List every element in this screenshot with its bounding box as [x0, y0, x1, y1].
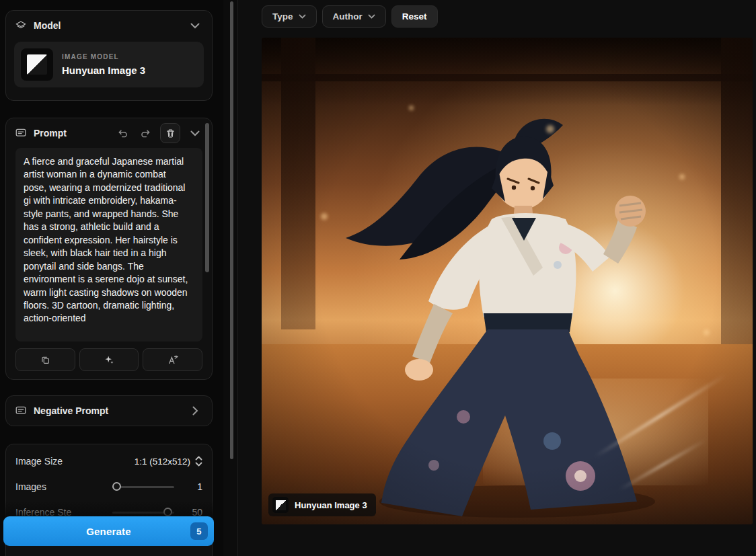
chevron-right-icon[interactable] — [187, 403, 203, 419]
image-model-badge: Hunyuan Image 3 — [268, 493, 376, 516]
image-size-row: Image Size 1:1 (512x512) — [6, 448, 212, 474]
prompt-panel: Prompt A fierce and graceful Japanese — [5, 118, 213, 380]
chevron-down-icon[interactable] — [187, 17, 203, 34]
images-row: Images 1 — [6, 474, 212, 500]
prompt-panel-title: Prompt — [34, 128, 67, 138]
model-panel-title: Model — [34, 20, 61, 31]
prompt-scrollbar[interactable] — [205, 123, 209, 272]
undo-button[interactable] — [114, 125, 130, 141]
up-down-chevrons-icon[interactable] — [195, 456, 202, 467]
author-filter-button[interactable]: Author — [322, 5, 386, 28]
copy-icon — [40, 355, 50, 365]
generate-button-label: Generate — [86, 526, 131, 537]
sidebar-scrollbar[interactable] — [230, 1, 233, 459]
model-panel: Model IMAGE MODEL Hunyuan Image 3 — [5, 10, 213, 101]
image-model-badge-label: Hunyuan Image 3 — [295, 500, 367, 510]
images-value: 1 — [185, 481, 202, 492]
slider-thumb[interactable] — [112, 482, 121, 491]
generate-credits-badge: 5 — [190, 522, 208, 540]
translate-icon — [167, 354, 178, 365]
model-card-eyebrow: IMAGE MODEL — [62, 53, 145, 61]
model-panel-header[interactable]: Model — [6, 11, 212, 40]
generate-button[interactable]: Generate 5 — [3, 516, 214, 546]
chevron-down-icon — [368, 14, 375, 19]
trash-icon — [165, 128, 176, 138]
translate-prompt-button[interactable] — [143, 348, 202, 371]
slider-thumb[interactable] — [163, 508, 172, 516]
chevron-down-icon — [299, 14, 306, 19]
reset-filters-label: Reset — [402, 11, 427, 22]
sparkles-icon — [104, 354, 114, 365]
type-filter-button[interactable]: Type — [262, 5, 317, 28]
copy-prompt-button[interactable] — [15, 348, 75, 371]
chat-icon — [15, 127, 27, 139]
negative-prompt-title: Negative Prompt — [34, 405, 108, 416]
image-vignette — [262, 38, 753, 524]
app-window: Model IMAGE MODEL Hunyuan Image 3 — [0, 0, 756, 556]
author-filter-label: Author — [333, 11, 363, 22]
chat-icon — [15, 405, 27, 417]
images-slider[interactable] — [112, 482, 174, 491]
generated-image[interactable]: Hunyuan Image 3 — [262, 38, 753, 524]
prompt-actions — [15, 348, 202, 371]
filter-toolbar: Type Author Reset — [262, 5, 438, 28]
main-content: Type Author Reset — [237, 0, 756, 556]
model-card-text: IMAGE MODEL Hunyuan Image 3 — [62, 53, 145, 76]
prompt-input[interactable]: A fierce and graceful Japanese martial a… — [15, 148, 202, 342]
negative-prompt-header[interactable]: Negative Prompt — [6, 396, 212, 426]
prompt-panel-header: Prompt — [6, 118, 212, 148]
model-card[interactable]: IMAGE MODEL Hunyuan Image 3 — [14, 42, 204, 87]
image-size-value[interactable]: 1:1 (512x512) — [135, 456, 190, 467]
inference-steps-slider[interactable] — [112, 508, 174, 517]
model-card-name: Hunyuan Image 3 — [62, 65, 145, 76]
model-logo-icon — [272, 497, 289, 513]
image-size-label: Image Size — [15, 456, 63, 467]
type-filter-label: Type — [272, 11, 293, 22]
slider-track[interactable] — [112, 486, 174, 488]
negative-prompt-panel: Negative Prompt — [5, 395, 213, 426]
redo-button[interactable] — [137, 125, 153, 141]
reset-filters-button[interactable]: Reset — [391, 5, 438, 28]
layers-icon — [15, 19, 27, 32]
chevron-down-icon[interactable] — [187, 125, 203, 141]
images-label: Images — [15, 481, 46, 492]
sidebar: Model IMAGE MODEL Hunyuan Image 3 — [0, 0, 223, 556]
model-logo-icon — [21, 48, 53, 81]
enhance-prompt-button[interactable] — [79, 348, 139, 371]
clear-prompt-button[interactable] — [160, 123, 180, 143]
